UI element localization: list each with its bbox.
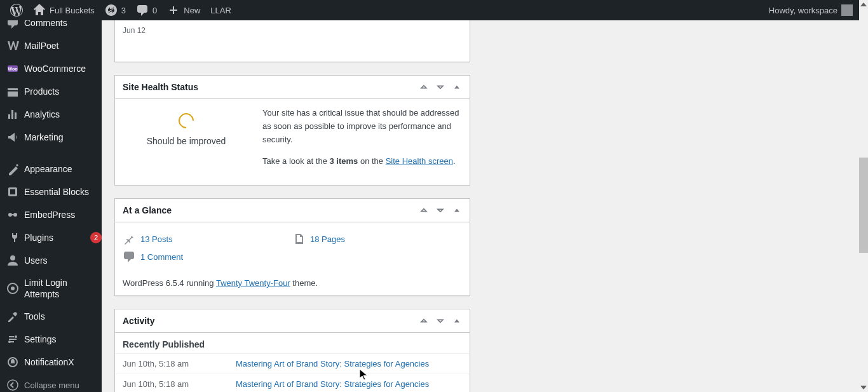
menu-tools[interactable]: Tools — [0, 305, 102, 328]
health-status-label: Should be improved — [123, 136, 250, 146]
products-icon — [6, 85, 19, 98]
wordpress-logo-item[interactable] — [5, 0, 28, 20]
health-description: Your site has a critical issue that shou… — [262, 107, 462, 146]
plugins-update-badge: 2 — [90, 232, 102, 243]
site-health-widget: Site Health Status Should be improved Yo… — [114, 75, 470, 186]
activity-post-link[interactable]: Mastering Art of Brand Story: Strategies… — [236, 379, 429, 389]
glance-comments-link[interactable]: 1 Comment — [123, 248, 292, 266]
svg-point-12 — [8, 380, 18, 390]
toggle-button[interactable] — [452, 82, 462, 92]
menu-notificationx[interactable]: NotificationX — [0, 351, 102, 374]
menu-label: Plugins — [24, 233, 83, 243]
move-down-button[interactable] — [435, 205, 445, 215]
toggle-button[interactable] — [452, 316, 462, 326]
llar-item[interactable]: LLAR — [205, 0, 236, 20]
menu-analytics[interactable]: Analytics — [0, 103, 102, 126]
llar-label: LLAR — [210, 6, 231, 15]
collapse-menu[interactable]: Collapse menu — [0, 374, 102, 392]
menu-label: MailPoet — [24, 41, 102, 51]
site-name-item[interactable]: Full Buckets — [28, 0, 100, 20]
move-down-button[interactable] — [435, 82, 445, 92]
users-icon — [6, 254, 19, 267]
admin-sidebar: Comments MailPoet Woo WooCommerce Produc… — [0, 20, 102, 392]
comment-icon — [123, 250, 135, 263]
plus-icon — [167, 4, 180, 17]
menu-products[interactable]: Products — [0, 80, 102, 103]
blocks-icon — [6, 186, 19, 198]
move-up-button[interactable] — [419, 316, 429, 326]
svg-text:Woo: Woo — [8, 67, 17, 71]
activity-date: Jun 10th, 5:18 am — [123, 379, 236, 389]
menu-label: EmbedPress — [24, 210, 102, 220]
updates-item[interactable]: 3 — [100, 0, 131, 20]
menu-label: Products — [24, 86, 102, 97]
menu-label: Tools — [24, 311, 102, 321]
wordpress-logo-icon — [10, 4, 23, 17]
health-cta: Take a look at the 3 items on the Site H… — [262, 155, 462, 168]
activity-date: Jun 10th, 5:18 am — [123, 359, 236, 368]
menu-mailpoet[interactable]: MailPoet — [0, 34, 102, 57]
toggle-button[interactable] — [452, 205, 462, 215]
admin-bar-left: Full Buckets 3 0 New LLAR — [5, 0, 236, 20]
menu-label: Marketing — [24, 132, 102, 142]
menu-comments[interactable]: Comments — [0, 20, 102, 34]
move-up-button[interactable] — [419, 205, 429, 215]
howdy-label: Howdy, workspace — [769, 6, 837, 15]
menu-label: Limit Login Attempts — [24, 277, 102, 300]
settings-icon — [6, 333, 19, 346]
site-health-link[interactable]: Site Health screen — [386, 156, 453, 166]
plugins-icon — [6, 231, 19, 244]
menu-label: Users — [24, 255, 102, 266]
activity-list: Jun 10th, 5:18 am Mastering Art of Brand… — [115, 353, 470, 392]
notification-icon — [6, 356, 19, 368]
scroll-down-button[interactable] — [859, 383, 868, 392]
lock-icon — [6, 282, 19, 295]
svg-point-6 — [10, 255, 15, 260]
widget-header: Activity — [115, 309, 470, 333]
menu-label: Analytics — [24, 109, 102, 119]
menu-essential-blocks[interactable]: Essential Blocks — [0, 180, 102, 203]
theme-link[interactable]: Twenty Twenty-Four — [216, 278, 290, 288]
new-content-item[interactable]: New — [162, 0, 205, 20]
svg-point-9 — [15, 335, 17, 338]
widget-title: At a Glance — [123, 205, 172, 215]
move-up-button[interactable] — [419, 82, 429, 92]
my-account-item[interactable]: Howdy, workspace — [764, 0, 858, 20]
widget-title: Activity — [123, 316, 155, 326]
scroll-up-button[interactable] — [859, 0, 868, 9]
page-scrollbar[interactable] — [859, 0, 868, 392]
glance-footer: WordPress 6.5.4 running Twenty Twenty-Fo… — [123, 272, 462, 288]
menu-users[interactable]: Users — [0, 249, 102, 272]
widget-header: At a Glance — [115, 199, 470, 222]
activity-row: Jun 10th, 5:18 am Mastering Art of Brand… — [115, 353, 470, 374]
move-down-button[interactable] — [435, 316, 445, 326]
menu-marketing[interactable]: Marketing — [0, 126, 102, 149]
embedpress-icon — [6, 208, 19, 221]
site-name-label: Full Buckets — [50, 6, 95, 15]
activity-row: Jun 10th, 5:18 am Mastering Art of Brand… — [115, 374, 470, 392]
partial-widget: Jun 12 — [114, 20, 470, 62]
comments-item[interactable]: 0 — [131, 0, 162, 20]
home-icon — [33, 4, 46, 17]
comment-bubble-icon — [136, 4, 149, 17]
glance-posts-link[interactable]: 13 Posts — [123, 230, 292, 248]
menu-limit-login[interactable]: Limit Login Attempts — [0, 272, 102, 305]
pin-icon — [123, 233, 135, 245]
woocommerce-icon: Woo — [6, 62, 19, 75]
scroll-thumb[interactable] — [859, 158, 868, 253]
marketing-icon — [6, 131, 19, 144]
widget-title: Site Health Status — [123, 82, 198, 92]
health-circle-icon — [175, 110, 197, 132]
menu-label: WooCommerce — [24, 64, 102, 74]
menu-plugins[interactable]: Plugins 2 — [0, 226, 102, 249]
menu-label: Settings — [24, 334, 102, 344]
activity-post-link[interactable]: Mastering Art of Brand Story: Strategies… — [236, 359, 429, 368]
appearance-icon — [6, 163, 19, 175]
glance-pages-link[interactable]: 18 Pages — [292, 230, 462, 248]
menu-embedpress[interactable]: EmbedPress — [0, 203, 102, 226]
svg-point-8 — [11, 287, 15, 290]
menu-settings[interactable]: Settings — [0, 328, 102, 351]
menu-appearance[interactable]: Appearance — [0, 158, 102, 180]
menu-woocommerce[interactable]: Woo WooCommerce — [0, 57, 102, 80]
tools-icon — [6, 310, 19, 323]
